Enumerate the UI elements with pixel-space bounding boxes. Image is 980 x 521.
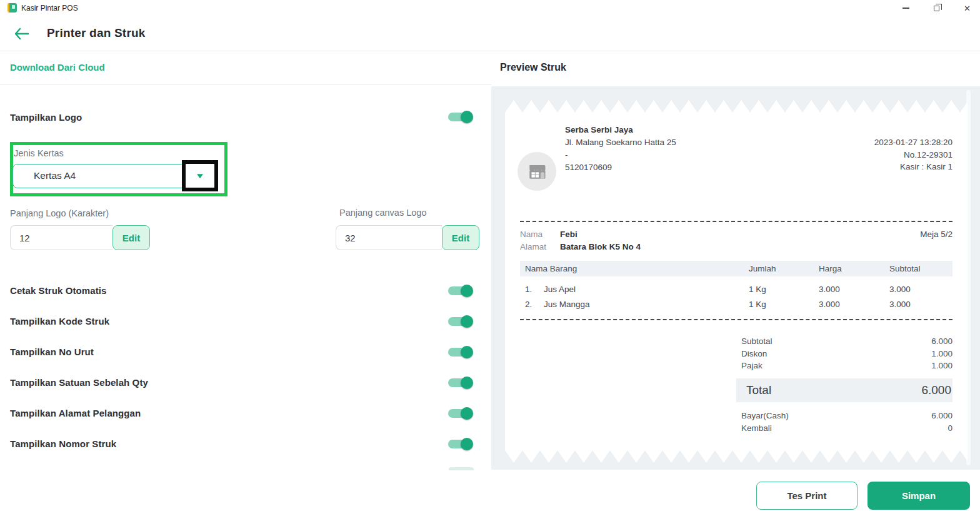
- item-name: Jus Apel: [544, 285, 749, 294]
- dashed-separator: [520, 221, 952, 222]
- tampilkan-satuan-label: Tampilkan Satuan Sebelah Qty: [10, 377, 148, 388]
- pajak-label: Pajak: [741, 360, 762, 372]
- tampilkan-no-urut-label: Tampilkan No Urut: [10, 346, 94, 357]
- title-bar: Kasir Pintar POS ✕: [0, 0, 980, 16]
- tampilkan-nomor-struk-label: Tampilkan Nomor Struk: [10, 438, 116, 449]
- restore-icon: [934, 6, 939, 11]
- minimize-icon: [902, 8, 909, 9]
- table-row: 1. Jus Apel 1 Kg 3.000 3.000: [520, 281, 952, 296]
- back-arrow-icon: [14, 28, 30, 40]
- tampilkan-no-urut-toggle[interactable]: [448, 346, 473, 358]
- customer-name: Febi: [560, 228, 578, 241]
- page-header: Printer dan Struk: [0, 16, 980, 51]
- total-row: Total 6.000: [736, 378, 952, 402]
- chevron-down-icon: [197, 174, 203, 178]
- panjang-canvas-edit-button[interactable]: Edit: [442, 225, 479, 250]
- receipt-number: No.12-29301: [874, 149, 952, 161]
- total-value: 6.000: [921, 383, 951, 397]
- subtotal-label: Subtotal: [741, 335, 772, 348]
- diskon-label: Diskon: [741, 348, 767, 360]
- receipt-meta: 2023-01-27 13:28:20 No.12-29301 Kasir : …: [874, 136, 952, 173]
- total-label: Total: [746, 383, 771, 397]
- preview-struk-title: Preview Struk: [500, 62, 566, 73]
- tampilkan-nomor-struk-toggle[interactable]: [448, 438, 473, 450]
- panjang-canvas-label: Panjang canvas Logo: [339, 208, 426, 218]
- diskon-value: 1.000: [931, 348, 952, 360]
- panjang-logo-input[interactable]: [10, 225, 112, 250]
- annotation-click-target-box[interactable]: [182, 160, 218, 191]
- items-table-header: Nama Barang Jumlah Harga Subtotal: [520, 261, 952, 276]
- col-jumlah: Jumlah: [749, 264, 819, 273]
- window-controls: ✕: [902, 0, 971, 16]
- customer-address-label: Alamat: [520, 241, 560, 253]
- tampilkan-kode-struk-label: Tampilkan Kode Struk: [10, 316, 109, 326]
- tampilkan-alamat-toggle[interactable]: [448, 407, 473, 420]
- kasir-pintar-pos-window: Kasir Pintar POS ✕ Printer dan Struk Dow…: [0, 0, 980, 521]
- pajak-value: 1.000: [931, 360, 952, 372]
- close-button[interactable]: ✕: [963, 4, 971, 13]
- jenis-kertas-value: Kertas A4: [34, 170, 76, 181]
- receipt-cashier: Kasir : Kasir 1: [874, 161, 952, 173]
- panjang-logo-field-group: Edit: [10, 225, 150, 250]
- store-avatar-icon: [526, 160, 548, 183]
- tampilkan-satuan-toggle[interactable]: [448, 377, 473, 389]
- receipt-zigzag-top: [505, 100, 968, 113]
- tampilkan-logo-label: Tampilkan Logo: [10, 112, 82, 123]
- store-avatar: [518, 152, 556, 191]
- kembali-value: 0: [948, 422, 952, 435]
- row-number: 2.: [525, 300, 544, 309]
- panjang-logo-label: Panjang Logo (Karakter): [10, 208, 109, 218]
- item-price: 3.000: [819, 285, 889, 294]
- jenis-kertas-label: Jenis Kertas: [14, 148, 64, 158]
- settings-panel: Download Dari Cloud Tampilkan Logo Jenis…: [0, 51, 491, 521]
- bayar-value: 6.000: [931, 410, 952, 422]
- item-subtotal: 3.000: [889, 300, 952, 309]
- simpan-button[interactable]: Simpan: [868, 482, 970, 510]
- receipt-datetime: 2023-01-27 13:28:20: [874, 136, 952, 149]
- tampilkan-kode-struk-toggle[interactable]: [448, 315, 473, 328]
- table-row: 2. Jus Mangga 1 Kg 3.000 3.000: [520, 296, 952, 311]
- receipt-zigzag-bottom: [505, 450, 968, 463]
- tampilkan-logo-toggle[interactable]: [448, 111, 473, 123]
- window-title: Kasir Pintar POS: [21, 4, 78, 13]
- back-button[interactable]: [14, 28, 30, 40]
- panjang-canvas-field-group: Edit: [336, 225, 479, 250]
- app-logo-icon: [8, 3, 17, 13]
- restore-button[interactable]: [932, 4, 941, 13]
- panjang-canvas-input[interactable]: [336, 225, 442, 250]
- cetak-struk-otomatis-label: Cetak Struk Otomatis: [10, 285, 107, 296]
- panjang-logo-edit-button[interactable]: Edit: [112, 225, 150, 250]
- item-subtotal: 3.000: [889, 285, 952, 294]
- col-harga: Harga: [819, 264, 889, 273]
- tampilkan-alamat-label: Tampilkan Alamat Pelanggan: [10, 408, 141, 418]
- item-price: 3.000: [819, 300, 889, 309]
- col-subtotal: Subtotal: [889, 264, 952, 273]
- receipt: Serba Serbi Jaya Jl. Malang Soekarno Hat…: [505, 100, 968, 463]
- tes-print-button[interactable]: Tes Print: [756, 482, 858, 510]
- download-dari-cloud-link[interactable]: Download Dari Cloud: [10, 62, 105, 73]
- table-number: Meja 5/2: [920, 228, 952, 241]
- item-qty: 1 Kg: [749, 285, 819, 294]
- item-name: Jus Mangga: [544, 300, 749, 309]
- customer-name-label: Nama: [520, 228, 560, 241]
- subtotal-value: 6.000: [931, 335, 952, 348]
- customer-address: Batara Blok K5 No 4: [560, 241, 641, 253]
- close-icon: ✕: [964, 4, 971, 13]
- col-nama-barang: Nama Barang: [525, 264, 749, 273]
- receipt-preview-panel: Serba Serbi Jaya Jl. Malang Soekarno Hat…: [491, 86, 980, 470]
- items-table: Nama Barang Jumlah Harga Subtotal 1. Jus…: [520, 261, 952, 311]
- divider: [0, 84, 491, 85]
- row-number: 1.: [525, 285, 544, 294]
- cetak-struk-otomatis-toggle[interactable]: [448, 285, 473, 297]
- store-name: Serba Serbi Jaya: [565, 124, 952, 136]
- kembali-label: Kembali: [741, 422, 772, 435]
- summary-section: Subtotal6.000 Diskon1.000 Pajak1.000: [741, 335, 952, 372]
- bayar-label: Bayar(Cash): [741, 410, 789, 422]
- minimize-button[interactable]: [902, 4, 910, 13]
- payment-section: Bayar(Cash)6.000 Kembali0: [741, 410, 952, 435]
- partially-visible-toggle: [449, 467, 474, 470]
- item-qty: 1 Kg: [749, 300, 819, 309]
- receipt-body: Serba Serbi Jaya Jl. Malang Soekarno Hat…: [505, 113, 968, 450]
- receipt-header: Serba Serbi Jaya Jl. Malang Soekarno Hat…: [520, 121, 952, 215]
- dashed-separator: [520, 319, 952, 320]
